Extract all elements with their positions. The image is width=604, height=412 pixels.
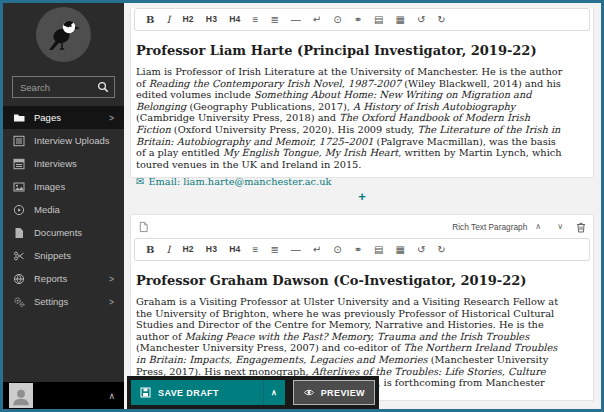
sidebar-item-label: Media [34,204,60,215]
h3-button[interactable]: H3 [200,15,223,24]
sidebar-item-snippets[interactable]: Snippets [3,244,124,267]
horizontal-rule-button[interactable]: — [285,245,307,255]
rich-text-content[interactable]: Liam is Professor of Irish Literature at… [136,66,565,170]
anchor-button[interactable]: ⊙ [327,245,347,255]
search-box [12,76,115,98]
block-heading: Professor Liam Harte (Principal Investig… [136,43,567,58]
snippets-icon [13,250,26,262]
sidebar-item-label: Pages [34,112,61,123]
form-icon [13,135,26,147]
undo-button[interactable]: ↺ [411,245,431,255]
play-circle-icon [13,204,26,216]
block-type-label: Rich Text Paragraph [452,222,527,232]
image-button[interactable]: ▦ [389,245,410,255]
folder-icon [13,112,26,124]
preview-label: PREVIEW [321,388,365,398]
list-box-icon [13,158,26,170]
move-block-up-button[interactable]: ∧ [527,223,549,231]
bold-button[interactable]: B [140,15,160,25]
sidebar-item-label: Images [34,181,65,192]
ordered-list-button[interactable]: ≡ [247,15,265,25]
sidebar-nav: Pages > Interview Uploads Interviews Ima… [3,106,124,313]
wagtail-admin-window: Pages > Interview Uploads Interviews Ima… [0,0,604,412]
document-icon [13,227,26,239]
rich-text-toolbar: B I H2 H3 H4 ≡ ≣ — ↵ ⊙ ⚭ ▤ ▦ ↺ ↻ [134,8,590,31]
undo-button[interactable]: ↺ [411,15,431,25]
sidebar-item-interview-uploads[interactable]: Interview Uploads [3,129,124,152]
sidebar-item-settings[interactable]: Settings > [3,290,124,313]
sidebar-item-label: Interviews [34,158,77,169]
h2-button[interactable]: H2 [176,15,199,24]
italic-button[interactable]: I [160,15,176,25]
rich-text-block-1: B I H2 H3 H4 ≡ ≣ — ↵ ⊙ ⚭ ▤ ▦ ↺ ↻ Profess… [130,8,594,178]
eye-icon [303,388,315,397]
line-break-button[interactable]: ↵ [307,15,327,25]
image-icon [13,181,26,193]
h4-button[interactable]: H4 [223,245,246,254]
ordered-list-button[interactable]: ≡ [247,245,265,255]
image-button[interactable]: ▦ [389,15,410,25]
sidebar-item-label: Interview Uploads [34,135,110,146]
cogs-icon [13,296,26,308]
block-heading: Professor Graham Dawson (Co-Investigator… [136,273,567,288]
wagtail-bird-logo [36,7,91,62]
block-header: Rich Text Paragraph ∧ ∨ [131,215,593,233]
search-icon[interactable] [97,81,109,93]
sidebar-item-label: Settings [34,296,68,307]
chevron-right-icon: > [109,274,114,284]
horizontal-rule-button[interactable]: — [285,15,307,25]
save-options-toggle[interactable]: ∧ [263,380,285,405]
block-divider: + [130,178,594,214]
document-link-button[interactable]: ▤ [368,245,389,255]
document-link-button[interactable]: ▤ [368,15,389,25]
save-icon [140,387,151,398]
sidebar-item-interviews[interactable]: Interviews [3,152,124,175]
redo-button[interactable]: ↻ [431,245,451,255]
link-button[interactable]: ⚭ [348,15,368,25]
h2-button[interactable]: H2 [176,245,199,254]
sidebar-item-pages[interactable]: Pages > [3,106,124,129]
redo-button[interactable]: ↻ [431,15,451,25]
bold-button[interactable]: B [140,245,160,255]
account-bar[interactable]: ∧ [3,382,124,409]
logo-link[interactable] [3,3,124,62]
anchor-button[interactable]: ⊙ [327,15,347,25]
save-draft-label: SAVE DRAFT [158,388,219,398]
sidebar-item-reports[interactable]: Reports > [3,267,124,290]
sidebar-item-label: Documents [34,227,82,238]
chevron-right-icon: > [109,113,114,123]
save-draft-button[interactable]: SAVE DRAFT ∧ [131,380,285,405]
sidebar-item-documents[interactable]: Documents [3,221,124,244]
rich-text-toolbar: B I H2 H3 H4 ≡ ≣ — ↵ ⊙ ⚭ ▤ ▦ ↺ ↻ [134,238,590,261]
editor-main: B I H2 H3 H4 ≡ ≣ — ↵ ⊙ ⚭ ▤ ▦ ↺ ↻ Profess… [124,3,601,409]
sidebar-item-label: Reports [34,273,67,284]
sidebar: Pages > Interview Uploads Interviews Ima… [3,3,124,409]
sidebar-item-label: Snippets [34,250,71,261]
unordered-list-button[interactable]: ≣ [264,245,284,255]
sidebar-item-images[interactable]: Images [3,175,124,198]
caret-up-icon: ∧ [99,391,124,401]
italic-button[interactable]: I [160,245,176,255]
avatar [9,383,33,408]
line-break-button[interactable]: ↵ [307,245,327,255]
move-block-down-button[interactable]: ∨ [549,223,571,231]
h3-button[interactable]: H3 [200,245,223,254]
globe-icon [13,273,26,285]
link-button[interactable]: ⚭ [348,245,368,255]
action-bar: SAVE DRAFT ∧ PREVIEW [127,376,379,409]
bird-icon [48,18,80,52]
preview-button[interactable]: PREVIEW [293,380,375,405]
search-input[interactable] [18,81,97,94]
chevron-right-icon: > [109,297,114,307]
add-block-button[interactable]: + [352,187,372,206]
unordered-list-button[interactable]: ≣ [264,15,284,25]
sidebar-item-media[interactable]: Media [3,198,124,221]
block-type-icon [138,221,149,233]
delete-block-button[interactable] [571,222,586,233]
rich-text-block-2: Rich Text Paragraph ∧ ∨ B I H2 H3 H4 ≡ ≣… [130,214,594,401]
h4-button[interactable]: H4 [223,15,246,24]
